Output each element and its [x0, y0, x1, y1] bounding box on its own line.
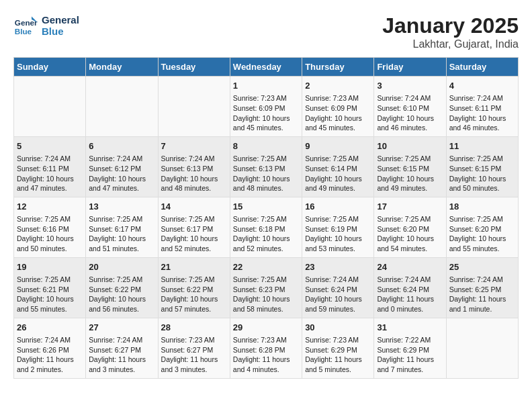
day-info: Sunrise: 7:24 AM Sunset: 6:24 PM Dayligh… [305, 275, 371, 314]
day-number: 3 [377, 80, 443, 92]
calendar-cell [446, 318, 518, 378]
day-number: 16 [305, 201, 371, 213]
calendar-cell [158, 77, 230, 137]
calendar-table: SundayMondayTuesdayWednesdayThursdayFrid… [13, 57, 519, 379]
calendar-cell: 13Sunrise: 7:25 AM Sunset: 6:17 PM Dayli… [86, 197, 158, 257]
day-number: 15 [233, 201, 299, 213]
title-block: January 2025 Lakhtar, Gujarat, India [382, 13, 519, 50]
day-number: 27 [89, 322, 154, 334]
calendar-cell: 26Sunrise: 7:24 AM Sunset: 6:26 PM Dayli… [14, 318, 86, 378]
day-number: 6 [89, 140, 154, 152]
calendar-cell: 16Sunrise: 7:25 AM Sunset: 6:19 PM Dayli… [302, 197, 374, 257]
day-number: 29 [233, 322, 299, 334]
calendar-subtitle: Lakhtar, Gujarat, India [382, 38, 519, 50]
day-info: Sunrise: 7:24 AM Sunset: 6:26 PM Dayligh… [17, 335, 83, 375]
calendar-cell: 31Sunrise: 7:22 AM Sunset: 6:29 PM Dayli… [374, 318, 446, 378]
calendar-cell: 2Sunrise: 7:23 AM Sunset: 6:09 PM Daylig… [302, 77, 374, 137]
day-number: 5 [17, 140, 83, 152]
day-number: 2 [305, 80, 371, 92]
calendar-cell: 18Sunrise: 7:25 AM Sunset: 6:20 PM Dayli… [446, 197, 518, 257]
calendar-cell [14, 77, 86, 137]
day-info: Sunrise: 7:24 AM Sunset: 6:27 PM Dayligh… [89, 335, 154, 375]
day-number: 1 [233, 80, 299, 92]
day-info: Sunrise: 7:22 AM Sunset: 6:29 PM Dayligh… [377, 335, 443, 375]
day-number: 12 [17, 201, 83, 213]
svg-text:Blue: Blue [15, 27, 32, 36]
day-info: Sunrise: 7:25 AM Sunset: 6:19 PM Dayligh… [305, 214, 371, 254]
day-info: Sunrise: 7:25 AM Sunset: 6:17 PM Dayligh… [89, 214, 154, 254]
day-number: 28 [161, 322, 227, 334]
calendar-cell: 11Sunrise: 7:25 AM Sunset: 6:15 PM Dayli… [446, 136, 518, 197]
day-info: Sunrise: 7:24 AM Sunset: 6:13 PM Dayligh… [161, 154, 227, 193]
day-number: 9 [305, 140, 371, 152]
calendar-cell: 29Sunrise: 7:23 AM Sunset: 6:28 PM Dayli… [230, 318, 302, 378]
logo: General Blue General Blue [13, 13, 79, 38]
day-info: Sunrise: 7:24 AM Sunset: 6:24 PM Dayligh… [377, 275, 443, 314]
day-number: 21 [161, 261, 227, 273]
day-info: Sunrise: 7:24 AM Sunset: 6:12 PM Dayligh… [89, 154, 154, 193]
calendar-cell: 1Sunrise: 7:23 AM Sunset: 6:09 PM Daylig… [230, 77, 302, 137]
day-info: Sunrise: 7:25 AM Sunset: 6:15 PM Dayligh… [377, 154, 443, 193]
day-number: 19 [17, 261, 83, 273]
day-number: 30 [305, 322, 371, 334]
day-info: Sunrise: 7:25 AM Sunset: 6:20 PM Dayligh… [449, 214, 515, 254]
day-info: Sunrise: 7:23 AM Sunset: 6:09 PM Dayligh… [305, 93, 371, 133]
page-header: General Blue General Blue January 2025 L… [13, 13, 519, 50]
calendar-cell: 9Sunrise: 7:25 AM Sunset: 6:14 PM Daylig… [302, 136, 374, 197]
day-number: 13 [89, 201, 154, 213]
calendar-title: January 2025 [382, 13, 519, 38]
calendar-cell: 22Sunrise: 7:25 AM Sunset: 6:23 PM Dayli… [230, 257, 302, 318]
calendar-cell: 27Sunrise: 7:24 AM Sunset: 6:27 PM Dayli… [86, 318, 158, 378]
calendar-cell: 4Sunrise: 7:24 AM Sunset: 6:11 PM Daylig… [446, 77, 518, 137]
day-number: 20 [89, 261, 154, 273]
day-info: Sunrise: 7:24 AM Sunset: 6:25 PM Dayligh… [449, 275, 515, 314]
day-info: Sunrise: 7:25 AM Sunset: 6:13 PM Dayligh… [233, 154, 299, 193]
calendar-cell: 10Sunrise: 7:25 AM Sunset: 6:15 PM Dayli… [374, 136, 446, 197]
day-info: Sunrise: 7:25 AM Sunset: 6:23 PM Dayligh… [233, 275, 299, 314]
calendar-cell: 28Sunrise: 7:23 AM Sunset: 6:27 PM Dayli… [158, 318, 230, 378]
day-number: 22 [233, 261, 299, 273]
weekday-header-friday: Friday [374, 58, 446, 77]
weekday-header-wednesday: Wednesday [230, 58, 302, 77]
day-info: Sunrise: 7:23 AM Sunset: 6:09 PM Dayligh… [233, 93, 299, 133]
calendar-cell: 17Sunrise: 7:25 AM Sunset: 6:20 PM Dayli… [374, 197, 446, 257]
calendar-cell [86, 77, 158, 137]
day-info: Sunrise: 7:25 AM Sunset: 6:22 PM Dayligh… [161, 275, 227, 314]
day-info: Sunrise: 7:25 AM Sunset: 6:21 PM Dayligh… [17, 275, 83, 314]
weekday-header-tuesday: Tuesday [158, 58, 230, 77]
day-number: 18 [449, 201, 515, 213]
day-number: 25 [449, 261, 515, 273]
weekday-header-thursday: Thursday [302, 58, 374, 77]
day-info: Sunrise: 7:24 AM Sunset: 6:11 PM Dayligh… [449, 93, 515, 133]
calendar-cell: 30Sunrise: 7:23 AM Sunset: 6:29 PM Dayli… [302, 318, 374, 378]
day-info: Sunrise: 7:23 AM Sunset: 6:29 PM Dayligh… [305, 335, 371, 375]
day-info: Sunrise: 7:24 AM Sunset: 6:10 PM Dayligh… [377, 93, 443, 133]
calendar-week-row: 26Sunrise: 7:24 AM Sunset: 6:26 PM Dayli… [14, 318, 519, 378]
calendar-week-row: 19Sunrise: 7:25 AM Sunset: 6:21 PM Dayli… [14, 257, 519, 318]
day-number: 11 [449, 140, 515, 152]
calendar-week-row: 12Sunrise: 7:25 AM Sunset: 6:16 PM Dayli… [14, 197, 519, 257]
calendar-cell: 24Sunrise: 7:24 AM Sunset: 6:24 PM Dayli… [374, 257, 446, 318]
calendar-cell: 20Sunrise: 7:25 AM Sunset: 6:22 PM Dayli… [86, 257, 158, 318]
calendar-cell: 23Sunrise: 7:24 AM Sunset: 6:24 PM Dayli… [302, 257, 374, 318]
calendar-cell: 15Sunrise: 7:25 AM Sunset: 6:18 PM Dayli… [230, 197, 302, 257]
calendar-week-row: 1Sunrise: 7:23 AM Sunset: 6:09 PM Daylig… [14, 77, 519, 137]
weekday-header-row: SundayMondayTuesdayWednesdayThursdayFrid… [14, 58, 519, 77]
calendar-cell: 14Sunrise: 7:25 AM Sunset: 6:17 PM Dayli… [158, 197, 230, 257]
day-info: Sunrise: 7:25 AM Sunset: 6:17 PM Dayligh… [161, 214, 227, 254]
day-info: Sunrise: 7:25 AM Sunset: 6:22 PM Dayligh… [89, 275, 154, 314]
calendar-cell: 21Sunrise: 7:25 AM Sunset: 6:22 PM Dayli… [158, 257, 230, 318]
calendar-cell: 6Sunrise: 7:24 AM Sunset: 6:12 PM Daylig… [86, 136, 158, 197]
day-info: Sunrise: 7:25 AM Sunset: 6:15 PM Dayligh… [449, 154, 515, 193]
day-number: 8 [233, 140, 299, 152]
calendar-cell: 7Sunrise: 7:24 AM Sunset: 6:13 PM Daylig… [158, 136, 230, 197]
calendar-cell: 19Sunrise: 7:25 AM Sunset: 6:21 PM Dayli… [14, 257, 86, 318]
day-info: Sunrise: 7:24 AM Sunset: 6:11 PM Dayligh… [17, 154, 83, 193]
day-number: 17 [377, 201, 443, 213]
day-number: 10 [377, 140, 443, 152]
day-number: 24 [377, 261, 443, 273]
day-info: Sunrise: 7:23 AM Sunset: 6:27 PM Dayligh… [161, 335, 227, 375]
day-number: 7 [161, 140, 227, 152]
day-info: Sunrise: 7:25 AM Sunset: 6:16 PM Dayligh… [17, 214, 83, 254]
calendar-cell: 25Sunrise: 7:24 AM Sunset: 6:25 PM Dayli… [446, 257, 518, 318]
